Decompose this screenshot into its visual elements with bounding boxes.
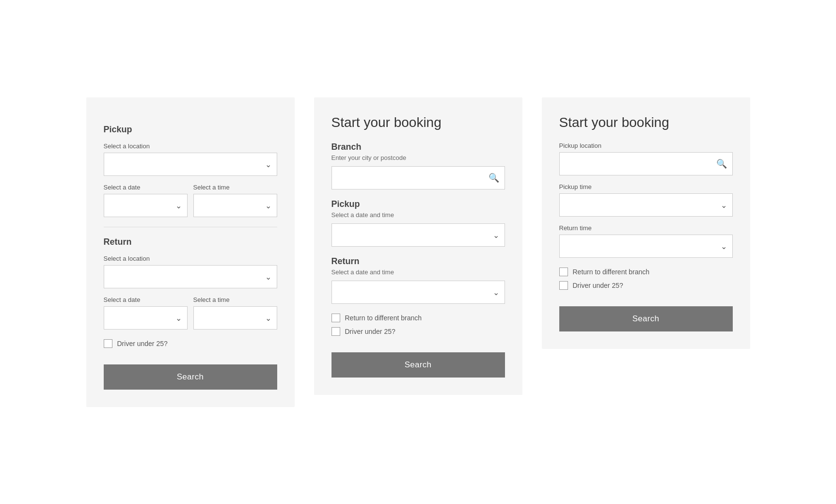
pickup-time-label: Select a time	[193, 184, 277, 191]
panel2-pickup-select[interactable]	[331, 223, 505, 247]
return-location-wrapper: ⌄	[104, 265, 277, 288]
pickup-time-group: Select a time ⌄	[193, 176, 277, 217]
pickup-date-label: Select a date	[104, 184, 188, 191]
panel2-return-title: Return	[331, 256, 505, 267]
return-title: Return	[104, 237, 277, 247]
panel2-return-branch-label[interactable]: Return to different branch	[331, 314, 505, 322]
return-section: Return Select a location ⌄ Select a date…	[104, 237, 277, 330]
panel3-return-branch-checkbox[interactable]	[559, 268, 568, 276]
panel3-search-button[interactable]: Search	[559, 306, 733, 331]
pickup-section: Pickup Select a location ⌄ Select a date…	[104, 125, 277, 217]
pickup-time-wrapper: ⌄	[193, 194, 277, 217]
panel3-pickup-location-section: Pickup location 🔍	[559, 142, 733, 175]
panel3-return-time-label: Return time	[559, 224, 733, 232]
panel3-return-time-wrapper: ⌄	[559, 235, 733, 258]
panel3-return-branch-label[interactable]: Return to different branch	[559, 268, 733, 276]
panel1-search-button[interactable]: Search	[104, 364, 277, 390]
panel3-pickup-time-wrapper: ⌄	[559, 193, 733, 217]
branch-search-input[interactable]	[331, 166, 505, 189]
panel3-pickup-location-label: Pickup location	[559, 142, 733, 149]
return-date-group: Select a date ⌄	[104, 288, 188, 330]
return-time-wrapper: ⌄	[193, 306, 277, 330]
panel2-return-section: Return Select a date and time ⌄	[331, 256, 505, 304]
panel2-pickup-subtitle: Select a date and time	[331, 211, 505, 219]
panel2-search-button[interactable]: Search	[331, 352, 505, 378]
return-location-label: Select a location	[104, 255, 277, 262]
return-date-select[interactable]	[104, 306, 188, 330]
panel3-checkboxes: Return to different branch Driver under …	[559, 268, 733, 290]
pickup-date-time-row: Select a date ⌄ Select a time ⌄	[104, 176, 277, 217]
panel3-return-time-select[interactable]	[559, 235, 733, 258]
return-date-wrapper: ⌄	[104, 306, 188, 330]
panel3-return-time-section: Return time ⌄	[559, 224, 733, 258]
branch-search-wrapper: 🔍	[331, 166, 505, 189]
panel3-pickup-time-label: Pickup time	[559, 183, 733, 190]
panel2-driver-under-25-checkbox[interactable]	[331, 327, 340, 336]
panel2-pickup-title: Pickup	[331, 199, 505, 209]
pickup-time-select[interactable]	[193, 194, 277, 217]
panel2-return-branch-checkbox[interactable]	[331, 314, 340, 322]
panel3-title: Start your booking	[559, 115, 733, 130]
panel2-return-wrapper: ⌄	[331, 281, 505, 304]
panel2-driver-under-25-label[interactable]: Driver under 25?	[331, 327, 505, 336]
panel3-driver-under-25-label[interactable]: Driver under 25?	[559, 281, 733, 290]
panel2-title: Start your booking	[331, 115, 505, 130]
panel-booking-branch: Start your booking Branch Enter your cit…	[314, 97, 522, 395]
panel2-return-select[interactable]	[331, 281, 505, 304]
panel2-pickup-section: Pickup Select a date and time ⌄	[331, 199, 505, 247]
pickup-location-select[interactable]	[104, 153, 277, 176]
panel-classic: Pickup Select a location ⌄ Select a date…	[86, 97, 295, 407]
panel2-return-subtitle: Select a date and time	[331, 268, 505, 276]
return-date-time-row: Select a date ⌄ Select a time ⌄	[104, 288, 277, 330]
panel1-checkboxes: Driver under 25?	[104, 339, 277, 348]
panel3-pickup-location-wrapper: 🔍	[559, 152, 733, 175]
pickup-date-wrapper: ⌄	[104, 194, 188, 217]
branch-section: Branch Enter your city or postcode 🔍	[331, 142, 505, 189]
return-time-group: Select a time ⌄	[193, 288, 277, 330]
return-time-label: Select a time	[193, 296, 277, 303]
panel3-pickup-time-section: Pickup time ⌄	[559, 183, 733, 217]
panel3-driver-under-25-checkbox[interactable]	[559, 281, 568, 290]
driver-under-25-label[interactable]: Driver under 25?	[104, 339, 277, 348]
section-divider	[104, 227, 277, 227]
pickup-location-label: Select a location	[104, 142, 277, 150]
panel2-checkboxes: Return to different branch Driver under …	[331, 314, 505, 336]
pickup-location-wrapper: ⌄	[104, 153, 277, 176]
panel3-pickup-location-input[interactable]	[559, 152, 733, 175]
pickup-date-select[interactable]	[104, 194, 188, 217]
driver-under-25-checkbox[interactable]	[104, 339, 112, 348]
return-date-label: Select a date	[104, 296, 188, 303]
branch-title: Branch	[331, 142, 505, 152]
page-container: Pickup Select a location ⌄ Select a date…	[0, 68, 836, 436]
panel2-pickup-wrapper: ⌄	[331, 223, 505, 247]
pickup-title: Pickup	[104, 125, 277, 135]
panel3-pickup-time-select[interactable]	[559, 193, 733, 217]
return-location-select[interactable]	[104, 265, 277, 288]
pickup-date-group: Select a date ⌄	[104, 176, 188, 217]
panel-booking-location: Start your booking Pickup location 🔍 Pic…	[542, 97, 750, 349]
return-time-select[interactable]	[193, 306, 277, 330]
branch-subtitle: Enter your city or postcode	[331, 154, 505, 161]
